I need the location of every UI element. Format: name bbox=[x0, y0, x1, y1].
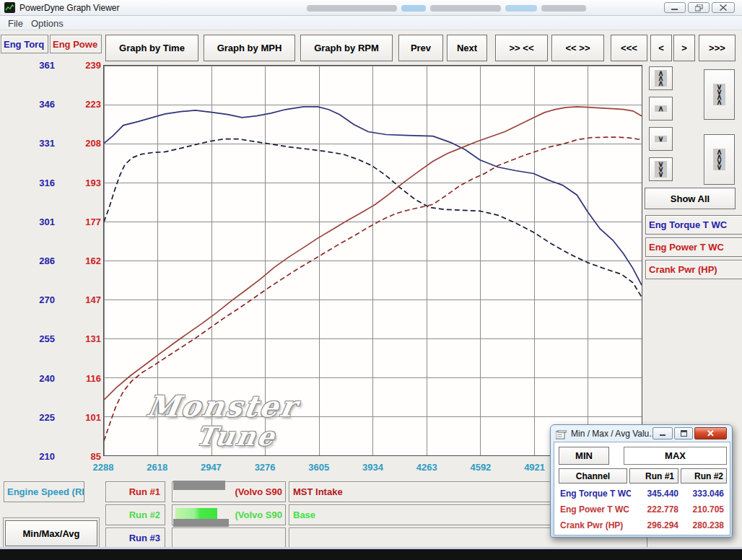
graph-by-time-button[interactable]: Graph by Time bbox=[105, 35, 198, 61]
power-axis-labels: 23922320819317716214713111610185 bbox=[66, 65, 101, 456]
popup-title: Min / Max / Avg Valu... bbox=[571, 429, 656, 439]
scroll-left-button[interactable]: < bbox=[650, 35, 672, 61]
minmax-popup-window[interactable]: Min / Max / Avg Valu... ✕ MIN MAX Channe… bbox=[550, 424, 733, 538]
torque-axis-labels: 361346331316301286270255240225210 bbox=[20, 65, 55, 456]
dyno-chart bbox=[104, 66, 642, 455]
popup-maximize-button[interactable] bbox=[674, 427, 693, 439]
minmax-table-row: Crank Pwr (HP)296.294280.238 bbox=[556, 517, 730, 533]
axis-tick-label: 239 bbox=[66, 60, 101, 71]
axis-tick-label: 208 bbox=[66, 138, 101, 149]
chevron-up-icon: ∧ bbox=[655, 105, 666, 112]
run3-label[interactable]: Run #3 bbox=[105, 528, 165, 548]
popup-minimize-button[interactable] bbox=[652, 427, 673, 439]
menu-file[interactable]: File bbox=[4, 17, 27, 30]
popup-close-button[interactable]: ✕ bbox=[694, 427, 727, 439]
scroll-y-top-button[interactable]: ∧∧∧ bbox=[649, 66, 673, 90]
legend-crank-pwr[interactable]: Crank Pwr (HP) bbox=[645, 260, 742, 279]
show-all-button[interactable]: Show All bbox=[645, 188, 736, 209]
run2-max-value: 280.238 bbox=[678, 520, 724, 530]
run1-max-value: 222.778 bbox=[631, 504, 678, 515]
title-bar[interactable]: PowerDyne Graph Viewer bbox=[0, 0, 742, 16]
axis-tick-label: 4592 bbox=[470, 462, 491, 473]
plot-area[interactable]: Monster Tune bbox=[103, 65, 642, 456]
triple-chevron-up-icon: ∧∧∧ bbox=[655, 70, 666, 87]
axis-tab-power[interactable]: Eng Powe bbox=[50, 35, 102, 53]
axis-tick-label: 255 bbox=[20, 333, 55, 344]
channel-name: Eng Torque T WC bbox=[556, 489, 631, 499]
redacted-block bbox=[173, 519, 229, 527]
maximize-icon bbox=[681, 430, 687, 437]
minimize-button[interactable] bbox=[664, 2, 686, 13]
next-button[interactable]: Next bbox=[447, 35, 487, 61]
run1-label[interactable]: Run #1 bbox=[105, 481, 165, 502]
axis-tick-label: 2288 bbox=[93, 462, 114, 473]
column-header-run1[interactable]: Run #1 bbox=[629, 468, 678, 484]
axis-tick-label: 3605 bbox=[308, 462, 329, 473]
scroll-y-down-button[interactable]: ∨ bbox=[649, 127, 673, 151]
axis-tick-label: 101 bbox=[66, 411, 101, 422]
run2-max-value: 333.046 bbox=[678, 489, 724, 499]
legend-eng-torque[interactable]: Eng Torque T WC bbox=[645, 215, 742, 235]
prev-button[interactable]: Prev bbox=[398, 35, 443, 61]
legend-eng-power[interactable]: Eng Power T WC bbox=[645, 237, 742, 257]
restore-icon bbox=[695, 4, 703, 12]
max-button[interactable]: MAX bbox=[624, 447, 727, 465]
axis-tick-label: 210 bbox=[20, 451, 55, 462]
column-header-run2[interactable]: Run #2 bbox=[681, 468, 727, 484]
axis-tick-label: 316 bbox=[20, 177, 55, 188]
axis-tick-label: 2618 bbox=[147, 462, 167, 473]
graph-by-mph-button[interactable]: Graph by MPH bbox=[204, 35, 295, 61]
axis-tick-label: 361 bbox=[20, 60, 55, 71]
minimize-icon bbox=[660, 431, 665, 437]
axis-tick-label: 131 bbox=[66, 333, 101, 344]
run1-max-value: 345.440 bbox=[631, 489, 678, 499]
run2-vehicle-text: (Volvo S90 bbox=[235, 509, 282, 520]
scroll-right-button[interactable]: > bbox=[673, 35, 695, 61]
close-icon: ✕ bbox=[707, 428, 715, 439]
axis-tick-label: 177 bbox=[66, 216, 101, 227]
minmax-avg-button[interactable]: Min/Max/Avg bbox=[5, 520, 97, 546]
scroll-first-button[interactable]: <<< bbox=[611, 35, 647, 61]
axis-tick-label: 225 bbox=[20, 411, 55, 422]
scroll-y-up-button[interactable]: ∧ bbox=[649, 97, 673, 121]
axis-tick-label: 240 bbox=[20, 372, 55, 383]
restore-button[interactable] bbox=[688, 2, 710, 13]
expand-y-scale-button[interactable]: ∧∧∨∨ bbox=[704, 134, 735, 185]
collapse-y-scale-button[interactable]: ∨∨∧∧ bbox=[704, 69, 735, 120]
zoom-out-x-button[interactable]: << >> bbox=[551, 35, 604, 61]
axis-tick-label: 3934 bbox=[362, 462, 383, 473]
axis-tab-torque[interactable]: Eng Torq bbox=[1, 35, 48, 53]
run2-label[interactable]: Run #2 bbox=[105, 504, 165, 525]
x-channel-field[interactable]: Engine Speed (RI bbox=[4, 481, 84, 502]
scroll-last-button[interactable]: >>> bbox=[699, 35, 736, 61]
axis-tick-label: 4921 bbox=[524, 462, 545, 473]
scroll-y-bottom-button[interactable]: ∨∨∨ bbox=[649, 157, 673, 181]
minimize-icon bbox=[671, 4, 678, 11]
redacted-title-text bbox=[401, 5, 426, 12]
close-button[interactable] bbox=[712, 2, 735, 13]
chevron-down-icon: ∨ bbox=[655, 136, 666, 142]
column-header-channel[interactable]: Channel bbox=[559, 468, 627, 484]
zoom-in-x-button[interactable]: >> << bbox=[495, 35, 548, 61]
axis-tick-label: 162 bbox=[66, 255, 101, 266]
axis-tick-label: 286 bbox=[20, 255, 55, 266]
axis-tick-label: 85 bbox=[66, 451, 101, 462]
axis-tick-label: 147 bbox=[66, 294, 101, 305]
min-button[interactable]: MIN bbox=[559, 447, 609, 465]
channel-name: Crank Pwr (HP) bbox=[556, 520, 631, 530]
graph-by-rpm-button[interactable]: Graph by RPM bbox=[300, 35, 393, 61]
axis-tick-label: 116 bbox=[66, 372, 101, 383]
menu-bar: File Options bbox=[0, 16, 742, 30]
window-title: PowerDyne Graph Viewer bbox=[19, 3, 120, 13]
run3-vehicle-field[interactable] bbox=[172, 528, 286, 548]
redacted-title-text bbox=[541, 5, 586, 12]
run1-max-value: 296.294 bbox=[631, 520, 678, 530]
expand-vertical-icon: ∧∧∨∨ bbox=[713, 149, 725, 170]
popup-body: MIN MAX Channel Run #1 Run #2 Eng Torque… bbox=[554, 442, 730, 535]
axis-tick-label: 3276 bbox=[255, 462, 276, 473]
axis-tick-label: 2947 bbox=[201, 462, 222, 473]
redacted-title-text bbox=[430, 5, 501, 12]
popup-window-icon bbox=[556, 429, 567, 442]
axis-tick-label: 301 bbox=[20, 216, 55, 227]
menu-options[interactable]: Options bbox=[27, 17, 67, 30]
